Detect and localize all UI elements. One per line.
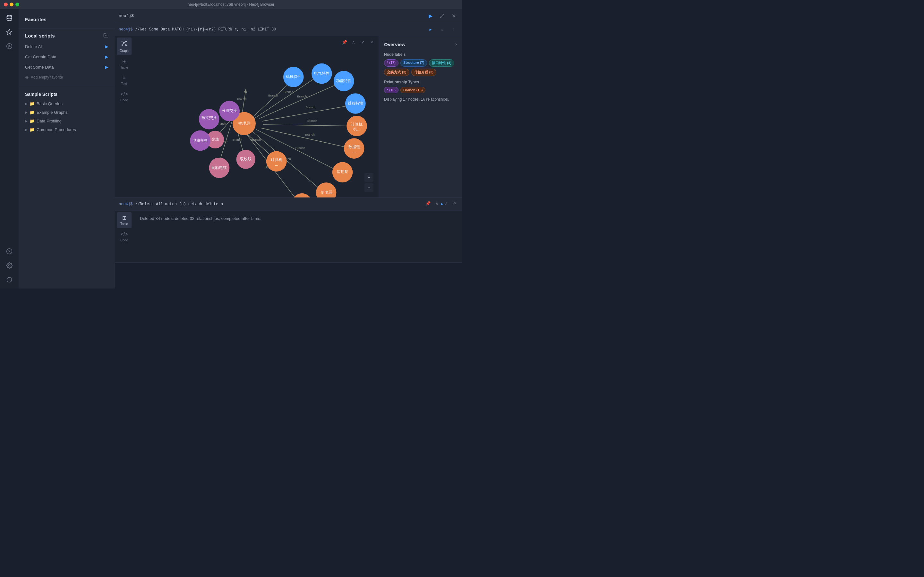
result1-close-btn[interactable]: ✕: [368, 38, 375, 46]
zoom-out-btn[interactable]: −: [365, 183, 373, 192]
result1-fav-btn[interactable]: ☆: [438, 25, 447, 34]
svg-text:光线: 光线: [212, 137, 219, 141]
result2-prompt: neo4j$: [119, 202, 132, 206]
bug-icon-btn[interactable]: [3, 274, 15, 285]
tab-code-2[interactable]: </> Code: [117, 229, 132, 245]
overview-panel: Overview › Node labels * (17) Structure …: [379, 36, 462, 197]
result2-pin-btn[interactable]: 📌: [424, 200, 432, 207]
svg-text:Branch: Branch: [268, 93, 278, 97]
database-icon-btn[interactable]: [3, 12, 15, 24]
window-title: neo4j@bolt://localhost:7687/neo4j - Neo4…: [188, 2, 274, 7]
get-some-label: Get Some Data: [25, 65, 54, 69]
tag-transmission[interactable]: 传输介质 (3): [411, 69, 437, 76]
titlebar: neo4j@bolt://localhost:7687/neo4j - Neo4…: [0, 0, 462, 9]
favorites-title: Favorites: [19, 14, 115, 26]
tab-code-1[interactable]: </> Code: [117, 89, 132, 105]
tag-rel-all[interactable]: * (16): [384, 87, 399, 93]
svg-line-17: [125, 42, 126, 43]
svg-text:报文交换: 报文交换: [201, 115, 217, 119]
sidebar-item-basic-queries[interactable]: ▶ 📁 Basic Queries: [19, 99, 115, 108]
tab-graph-1[interactable]: Graph: [117, 37, 132, 55]
tab-text-1[interactable]: ≡ Text: [117, 73, 132, 88]
tab-graph-1-label: Graph: [120, 49, 129, 53]
result1-download-btn[interactable]: ↓: [449, 25, 458, 34]
result1-fullscreen-btn[interactable]: ⤢: [359, 38, 367, 46]
result1-query-line: neo4j$ //Get Some Data MATCH (n1)-[r]→(n…: [115, 23, 462, 36]
minimize-traffic-light[interactable]: [10, 3, 13, 6]
tag-all[interactable]: * (17): [384, 59, 399, 67]
tag-exchange[interactable]: 交换方式 (3): [384, 69, 409, 76]
tab-code-2-label: Code: [120, 239, 128, 242]
star-icon-btn[interactable]: [3, 26, 15, 38]
result1-collapse-btn[interactable]: ∧: [350, 38, 357, 46]
result2-query-text: //Delete All match (n) detach delete n: [135, 202, 435, 206]
zoom-in-btn[interactable]: +: [365, 173, 373, 182]
sidebar-item-common-procedures[interactable]: ▶ 📁 Common Procedures: [19, 125, 115, 134]
svg-text:Branch: Branch: [297, 95, 307, 98]
tree-arrow-common: ▶: [25, 128, 27, 131]
close-traffic-light[interactable]: [4, 3, 8, 6]
result1-run-btn[interactable]: ▶: [426, 25, 435, 34]
main-close-btn[interactable]: ✕: [449, 11, 458, 21]
svg-text:电气特性: 电气特性: [314, 71, 330, 75]
svg-line-16: [123, 42, 124, 43]
main-query-bar: ▶ ✕: [115, 9, 462, 23]
svg-text:Branch: Branch: [233, 138, 242, 141]
get-certain-run-btn[interactable]: ▶: [105, 54, 108, 59]
table-icon-1: ⊞: [122, 58, 126, 64]
maximize-traffic-light[interactable]: [15, 3, 19, 6]
sidebar-item-data-profiling[interactable]: ▶ 📁 Data Profiling: [19, 117, 115, 125]
sidebar-item-get-some[interactable]: Get Some Data ▶: [19, 62, 115, 72]
tag-interface[interactable]: 接口特性 (4): [429, 59, 454, 67]
main-run-btn[interactable]: ▶: [426, 11, 435, 21]
folder-icon-common: 📁: [29, 127, 35, 132]
add-empty-favorite-btn[interactable]: ⊕ Add empty favorite: [19, 72, 115, 82]
delete-all-run-btn[interactable]: ▶: [105, 44, 108, 49]
result1-pin-btn[interactable]: 📌: [341, 38, 349, 46]
get-certain-label: Get Certain Data: [25, 55, 57, 59]
main-query-input[interactable]: [119, 13, 423, 18]
svg-line-9: [443, 14, 444, 15]
get-some-run-btn[interactable]: ▶: [105, 64, 108, 69]
svg-line-19: [125, 44, 126, 45]
help-icon-btn[interactable]: [3, 245, 15, 257]
result1-prompt: neo4j$: [119, 27, 132, 32]
result2-collapse-btn[interactable]: ∧: [433, 200, 441, 207]
result2-view-tabs: ⊞ Table </> Code: [115, 211, 134, 262]
play-icon-btn[interactable]: [3, 40, 15, 52]
overview-expand-btn[interactable]: ›: [455, 41, 457, 47]
sidebar-item-get-certain[interactable]: Get Certain Data ▶: [19, 52, 115, 62]
graph-svg: Branch Branch Branch Branch Branch Branc…: [134, 36, 379, 197]
sidebar-divider-1: [19, 29, 115, 29]
svg-line-10: [441, 16, 442, 18]
svg-text:...: ...: [352, 149, 356, 153]
result-panel-2: neo4j$ //Delete All match (n) detach del…: [115, 198, 462, 263]
tag-structure[interactable]: Structure (7): [401, 59, 427, 67]
svg-line-20: [249, 79, 294, 120]
tag-rel-branch[interactable]: Branch (16): [401, 87, 426, 93]
code-icon-2: </>: [120, 231, 128, 237]
main-expand-btn[interactable]: [438, 11, 447, 21]
svg-point-2: [7, 44, 12, 49]
result2-overlay: 📌 ∧ ⤢ ✕: [421, 198, 462, 210]
main-content: ▶ ✕ neo4j$ //Get Some Data MATCH (n1)-[r…: [115, 9, 462, 288]
result2-close-btn[interactable]: ✕: [451, 200, 459, 207]
tab-table-2-label: Table: [120, 222, 128, 226]
sidebar-item-delete-all[interactable]: Delete All ▶: [19, 41, 115, 52]
graph-visualization[interactable]: 📌 ∧ ⤢ ✕: [134, 36, 379, 197]
result2-content: ⊞ Table </> Code Deleted 34 nodes, delet…: [115, 211, 462, 262]
new-folder-icon[interactable]: [103, 33, 108, 39]
text-icon-1: ≡: [123, 75, 126, 81]
svg-text:Branch: Branch: [307, 119, 317, 122]
result2-fullscreen-btn[interactable]: ⤢: [442, 200, 450, 207]
sidebar-item-example-graphs[interactable]: ▶ 📁 Example Graphs: [19, 108, 115, 117]
tab-table-2[interactable]: ⊞ Table: [117, 212, 132, 228]
tab-table-1[interactable]: ⊞ Table: [117, 56, 132, 72]
table-icon-2: ⊞: [122, 215, 126, 221]
result2-text: Deleted 34 nodes, deleted 32 relationshi…: [140, 216, 262, 221]
svg-text:分组交换: 分组交换: [222, 108, 237, 113]
svg-point-13: [126, 41, 126, 42]
svg-text:Branch: Branch: [306, 105, 315, 109]
result1-view-tabs: Graph ⊞ Table ≡ Text </> Code: [115, 36, 134, 197]
gear-icon-btn[interactable]: [3, 259, 15, 271]
